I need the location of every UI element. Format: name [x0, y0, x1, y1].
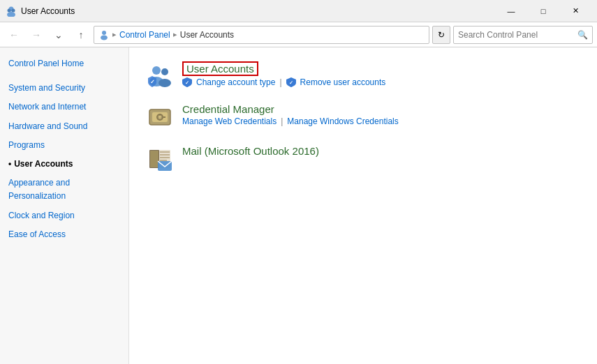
user-accounts-details: User Accounts ✓ Change account type |	[182, 61, 580, 87]
sidebar-item-ease[interactable]: Ease of Access	[0, 225, 128, 244]
sidebar-item-clock[interactable]: Clock and Region	[0, 206, 128, 225]
user-accounts-title[interactable]: User Accounts	[182, 61, 258, 76]
maximize-button[interactable]: □	[527, 0, 559, 22]
svg-text:✓: ✓	[150, 79, 155, 85]
refresh-icon: ↻	[438, 30, 445, 40]
svg-text:✓: ✓	[185, 80, 189, 85]
svg-point-3	[12, 8, 15, 12]
svg-text:✓: ✓	[289, 80, 293, 85]
svg-point-1	[7, 12, 15, 17]
user-accounts-links: ✓ Change account type | ✓ Remove user ac…	[182, 77, 580, 87]
credential-manager-title[interactable]: Credential Manager	[182, 103, 580, 115]
sidebar-item-appearance[interactable]: Appearance and Personalization	[0, 174, 128, 206]
search-input[interactable]	[458, 30, 577, 40]
svg-rect-26	[160, 157, 170, 158]
user-accounts-icon: ✓	[146, 61, 174, 89]
sidebar-item-programs[interactable]: Programs	[0, 136, 128, 155]
svg-point-5	[101, 35, 108, 40]
mail-row: Mail (Microsoft Outlook 2016)	[146, 145, 580, 173]
svg-point-6	[152, 66, 161, 75]
manage-web-link[interactable]: Manage Web Credentials	[182, 116, 277, 126]
user-accounts-row: ✓ User Accounts ✓ Change account type	[146, 61, 580, 89]
svg-rect-18	[163, 116, 165, 118]
svg-rect-22	[150, 151, 159, 167]
refresh-button[interactable]: ↻	[432, 26, 450, 44]
mail-details: Mail (Microsoft Outlook 2016)	[182, 145, 580, 158]
sidebar-item-system[interactable]: System and Security	[0, 79, 128, 98]
down-arrow-button[interactable]: ⌄	[49, 25, 68, 45]
sidebar-item-network[interactable]: Network and Internet	[0, 98, 128, 116]
svg-rect-25	[160, 154, 170, 156]
address-bar: ← → ⌄ ↑ ▸ Control Panel ▸ User Accounts …	[0, 22, 597, 47]
back-button[interactable]: ←	[4, 25, 24, 45]
svg-rect-27	[160, 160, 167, 161]
change-account-link[interactable]: ✓ Change account type	[182, 77, 275, 87]
title-bar-icon	[6, 6, 17, 17]
svg-point-2	[8, 8, 11, 12]
path-user-accounts: User Accounts	[180, 30, 234, 40]
title-bar-title: User Accounts	[21, 6, 495, 16]
credential-manager-details: Credential Manager Manage Web Credential…	[182, 103, 580, 126]
mail-title[interactable]: Mail (Microsoft Outlook 2016)	[182, 145, 580, 157]
remove-user-link[interactable]: ✓ Remove user accounts	[286, 77, 386, 87]
minimize-button[interactable]: —	[495, 0, 527, 22]
svg-point-4	[102, 31, 106, 35]
main-layout: Control Panel Home System and Security N…	[0, 47, 597, 364]
close-button[interactable]: ✕	[559, 0, 591, 22]
address-path: ▸ Control Panel ▸ User Accounts	[94, 26, 429, 44]
title-bar-controls: — □ ✕	[495, 0, 591, 22]
svg-rect-20	[159, 116, 161, 119]
search-icon: 🔍	[577, 30, 588, 40]
sidebar-item-user-accounts: •User Accounts	[0, 155, 128, 174]
title-bar: User Accounts — □ ✕	[0, 0, 597, 22]
sidebar-item-hardware[interactable]: Hardware and Sound	[0, 117, 128, 136]
sidebar: Control Panel Home System and Security N…	[0, 47, 129, 364]
active-bullet: •	[8, 159, 11, 169]
manage-windows-link[interactable]: Manage Windows Credentials	[287, 116, 398, 126]
sidebar-home-label: Control Panel Home	[8, 59, 84, 68]
content-area: ✓ User Accounts ✓ Change account type	[129, 47, 597, 364]
up-button[interactable]: ↑	[71, 25, 91, 45]
credential-manager-icon	[146, 103, 174, 131]
search-box[interactable]: 🔍	[453, 26, 593, 44]
path-control-panel[interactable]: Control Panel	[119, 30, 170, 40]
svg-rect-24	[160, 151, 170, 153]
sidebar-item-home[interactable]: Control Panel Home	[0, 54, 128, 73]
svg-point-8	[161, 68, 168, 75]
forward-button[interactable]: →	[27, 25, 46, 45]
credential-manager-links: Manage Web Credentials | Manage Windows …	[182, 116, 580, 126]
mail-icon	[146, 145, 174, 173]
svg-point-9	[159, 79, 171, 87]
credential-manager-row: Credential Manager Manage Web Credential…	[146, 103, 580, 131]
